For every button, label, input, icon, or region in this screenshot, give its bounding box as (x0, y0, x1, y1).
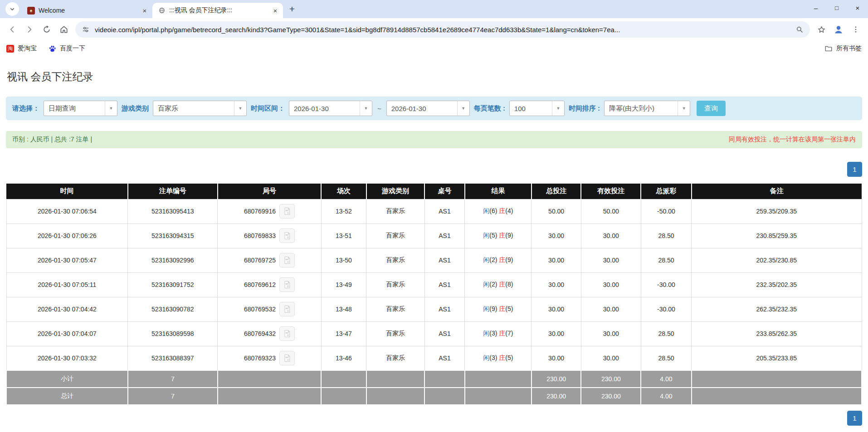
page-title: 视讯 会员下注纪录 (7, 70, 861, 84)
taobao-icon: 淘 (6, 45, 14, 53)
cell-time: 2026-01-30 07:05:47 (6, 248, 128, 272)
url-text[interactable]: videoie.com/ipl/portal.php/game/betrecor… (95, 26, 790, 34)
window-close-button[interactable]: × (847, 0, 868, 15)
pagination-top: 1 (6, 162, 862, 177)
search-button[interactable]: 查询 (697, 101, 726, 116)
cell-payout: 28.50 (641, 346, 691, 370)
cell-result: 闲(5) 庄(9) (465, 223, 532, 248)
summary-bar: 币别 : 人民币 | 总共 :7 注单 | 同局有效投注，统一计算在该局第一张注… (6, 131, 862, 148)
chevron-down-icon[interactable]: ▼ (678, 101, 690, 116)
video-file-icon (283, 256, 292, 265)
banker-score: (9) (505, 256, 513, 263)
tab-bet-records[interactable]: :::视讯 会员下注纪录::: × (152, 3, 283, 18)
total-count: 7 (128, 388, 218, 405)
banker-result: 庄 (499, 354, 505, 361)
cell-session: 13-47 (321, 321, 366, 346)
all-bookmarks-button[interactable]: 所有书签 (824, 44, 862, 53)
banker-score: (7) (505, 330, 513, 337)
header-valid-bet: 有效投注 (581, 184, 641, 199)
cell-time: 2026-01-30 07:06:54 (6, 199, 128, 223)
cell-game-type: 百家乐 (366, 346, 424, 370)
star-icon (817, 25, 826, 34)
profile-avatar[interactable] (830, 21, 847, 38)
cell-game-type: 百家乐 (366, 321, 424, 346)
player-result: 闲 (483, 207, 489, 214)
video-replay-button[interactable] (279, 253, 295, 267)
player-result: 闲 (483, 281, 489, 288)
home-button[interactable] (55, 21, 73, 38)
header-table-no: 桌号 (424, 184, 465, 199)
chevron-down-icon[interactable]: ▼ (105, 101, 117, 116)
bookmark-star-button[interactable] (813, 21, 830, 38)
table-row: 2026-01-30 07:05:47 523163092996 6807697… (6, 248, 862, 272)
cell-total-bet[interactable]: 30.00 (532, 272, 581, 297)
date-to-dropdown[interactable]: 2026-01-30 ▼ (386, 101, 470, 116)
chevron-down-icon[interactable]: ▼ (360, 101, 372, 116)
cell-bet-id: 523163094315 (128, 223, 218, 248)
zoom-icon[interactable] (795, 25, 804, 34)
cell-table-no: AS1 (424, 248, 465, 272)
round-id-value: 680769916 (244, 208, 276, 215)
subtotal-row: 小计 7 230.00 230.00 4.00 (6, 370, 862, 388)
round-id-value: 680769612 (244, 281, 276, 288)
site-settings-icon[interactable] (82, 25, 90, 34)
cell-total-bet[interactable]: 30.00 (532, 346, 581, 370)
url-bar[interactable]: videoie.com/ipl/portal.php/game/betrecor… (75, 21, 810, 38)
cell-valid-bet: 30.00 (581, 346, 641, 370)
bookmark-aitaobao[interactable]: 淘 爱淘宝 (6, 44, 37, 53)
video-replay-button[interactable] (279, 277, 295, 292)
cell-game-type: 百家乐 (366, 272, 424, 297)
forward-button[interactable] (21, 21, 38, 38)
banker-score: (4) (505, 207, 513, 214)
browser-menu-button[interactable] (847, 21, 864, 38)
video-replay-button[interactable] (279, 228, 295, 243)
close-icon[interactable]: × (271, 6, 279, 15)
cell-total-bet[interactable]: 50.00 (532, 199, 581, 223)
cell-total-bet[interactable]: 30.00 (532, 223, 581, 248)
cell-session: 13-46 (321, 346, 366, 370)
video-replay-button[interactable] (279, 204, 295, 218)
video-replay-button[interactable] (279, 351, 295, 365)
game-type-dropdown[interactable]: 百家乐 ▼ (153, 101, 247, 116)
game-type-value: 百家乐 (153, 101, 234, 116)
reload-button[interactable] (38, 21, 55, 38)
video-file-icon (283, 329, 292, 338)
video-file-icon (283, 280, 292, 289)
close-icon[interactable]: × (141, 6, 149, 15)
window-maximize-button[interactable]: □ (826, 0, 847, 15)
back-button[interactable] (4, 21, 21, 38)
page-1-button[interactable]: 1 (847, 411, 862, 426)
bookmark-baidu[interactable]: 百度一下 (49, 44, 85, 53)
page-1-button[interactable]: 1 (847, 162, 862, 177)
video-file-icon (283, 305, 292, 314)
banker-result: 庄 (499, 281, 505, 288)
header-result: 结果 (465, 184, 532, 199)
cell-round-id: 680769916 (218, 199, 321, 223)
chevron-down-icon[interactable]: ▼ (552, 101, 564, 116)
cell-payout: 28.50 (641, 248, 691, 272)
cell-total-bet[interactable]: 30.00 (532, 248, 581, 272)
page-size-dropdown[interactable]: 100 ▼ (509, 101, 565, 116)
window-minimize-button[interactable]: – (805, 0, 826, 15)
new-tab-button[interactable]: + (286, 3, 298, 15)
cell-table-no: AS1 (424, 321, 465, 346)
video-replay-button[interactable] (279, 326, 295, 341)
cell-total-bet[interactable]: 30.00 (532, 321, 581, 346)
cell-result: 闲(9) 庄(5) (465, 297, 532, 321)
query-type-dropdown[interactable]: 日期查询 ▼ (44, 101, 117, 116)
chevron-down-icon[interactable]: ▼ (234, 101, 246, 116)
round-id-value: 680769532 (244, 306, 276, 313)
video-replay-button[interactable] (279, 302, 295, 316)
date-from-dropdown[interactable]: 2026-01-30 ▼ (289, 101, 372, 116)
cell-game-type: 百家乐 (366, 248, 424, 272)
cell-total-bet[interactable]: 30.00 (532, 297, 581, 321)
cell-bet-id: 523163091752 (128, 272, 218, 297)
cell-table-no: AS1 (424, 223, 465, 248)
chevron-down-icon[interactable]: ▼ (457, 101, 469, 116)
player-score: (3) (489, 354, 497, 361)
tab-welcome[interactable]: ♠ Welcome × (22, 3, 152, 18)
tab-search-button[interactable] (5, 2, 19, 16)
sort-dropdown[interactable]: 降幂(由大到小) ▼ (604, 101, 690, 116)
all-bookmarks-label: 所有书签 (836, 44, 862, 53)
cell-table-no: AS1 (424, 272, 465, 297)
